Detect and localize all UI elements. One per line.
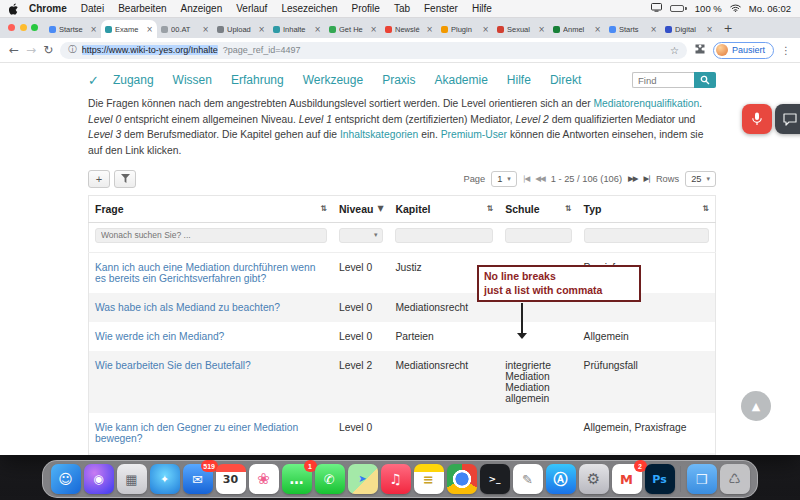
dock-app-icon[interactable]: ✆ xyxy=(315,464,345,494)
browser-tab[interactable]: Startse × xyxy=(45,20,101,38)
intro-link-inhaltskategorien[interactable]: Inhaltskategorien xyxy=(340,129,418,140)
column-header[interactable]: Typ ⇅ xyxy=(578,195,716,222)
wifi-icon[interactable] xyxy=(730,3,741,14)
menubar-item[interactable]: Bearbeiten xyxy=(111,3,173,14)
dock-app-icon[interactable]: ≡ xyxy=(414,464,444,494)
dock-app-icon[interactable] xyxy=(447,464,477,494)
nav-item[interactable]: Direkt xyxy=(550,73,581,87)
menubar-item[interactable]: Anzeigen xyxy=(174,3,230,14)
forward-button[interactable]: → xyxy=(26,44,36,56)
tab-close-icon[interactable]: × xyxy=(706,25,713,34)
dock-app-icon[interactable]: ☺ xyxy=(51,464,81,494)
browser-tab[interactable]: Starts × xyxy=(605,20,661,38)
browser-tab[interactable]: Plugin × xyxy=(437,20,493,38)
new-tab-button[interactable]: + xyxy=(720,20,736,36)
find-input[interactable] xyxy=(632,72,694,88)
microphone-button[interactable] xyxy=(742,104,772,134)
next-page-button[interactable]: ▶▶ xyxy=(628,174,638,183)
tab-close-icon[interactable]: × xyxy=(538,25,545,34)
column-header[interactable]: Niveau ▼ xyxy=(333,195,389,222)
nav-item[interactable]: Zugang xyxy=(113,73,154,87)
prev-page-button[interactable]: ◀◀ xyxy=(535,174,545,183)
intro-link-mediatorenqualifikation[interactable]: Mediatorenqualifikation xyxy=(593,98,699,109)
column-header[interactable]: Schule ⇅ xyxy=(499,195,577,222)
dock-app-icon[interactable]: ▦ xyxy=(117,464,147,494)
menubar-item[interactable]: Hilfe xyxy=(465,3,499,14)
menubar-clock[interactable]: Mo. 06:02 xyxy=(749,3,791,14)
dock-app-icon[interactable]: … 1 xyxy=(282,464,312,494)
nav-item[interactable]: Praxis xyxy=(382,73,415,87)
question-link[interactable]: Kann ich auch eine Mediation durchführen… xyxy=(95,262,315,284)
address-bar[interactable]: ⓘ https://www.wiki-to-yes.org/Inhalte ?p… xyxy=(60,42,687,59)
tab-close-icon[interactable]: × xyxy=(314,25,321,34)
browser-tab[interactable]: Get He × xyxy=(325,20,381,38)
nav-item[interactable]: Hilfe xyxy=(507,73,531,87)
niveau-filter-select[interactable]: ▾ xyxy=(339,228,383,243)
chrome-menu-icon[interactable]: ⋮ xyxy=(781,45,791,56)
add-button[interactable]: + xyxy=(88,170,110,188)
dock-extra-icon[interactable]: ❒ xyxy=(687,464,717,494)
tab-close-icon[interactable]: × xyxy=(90,25,97,34)
minimize-window-button[interactable] xyxy=(20,24,27,31)
browser-tab[interactable]: Inhalte × xyxy=(269,20,325,38)
menubar-item[interactable]: Profile xyxy=(345,3,387,14)
scroll-to-top-button[interactable]: ▲ xyxy=(741,391,771,421)
profile-chip[interactable]: Pausiert xyxy=(713,42,774,59)
dock-app-icon[interactable]: ✎ xyxy=(513,464,543,494)
site-info-icon[interactable]: ⓘ xyxy=(68,44,77,56)
back-button[interactable]: ← xyxy=(9,44,19,56)
search-filter-input[interactable] xyxy=(95,228,327,243)
browser-tab[interactable]: 00.AT × xyxy=(157,20,213,38)
find-button[interactable] xyxy=(694,72,716,88)
first-page-button[interactable]: |◀ xyxy=(523,174,529,183)
dock-app-icon[interactable]: 30 xyxy=(216,464,246,494)
tab-close-icon[interactable]: × xyxy=(426,25,433,34)
browser-tab[interactable]: Newslé × xyxy=(381,20,437,38)
bookmark-star-icon[interactable]: ☆ xyxy=(670,45,679,56)
reload-button[interactable]: ↻ xyxy=(43,44,53,56)
browser-tab[interactable]: Upload × xyxy=(213,20,269,38)
typ-filter-input[interactable] xyxy=(584,228,709,243)
close-window-button[interactable] xyxy=(8,24,15,31)
tab-close-icon[interactable]: × xyxy=(370,25,377,34)
menubar-item[interactable]: Verlauf xyxy=(229,3,274,14)
chat-bubble-icon[interactable] xyxy=(783,113,797,126)
dock-extra-icon[interactable]: ♺ xyxy=(720,464,750,494)
browser-tab[interactable]: Exame × xyxy=(101,20,157,38)
tab-close-icon[interactable]: × xyxy=(650,25,657,34)
browser-tab[interactable]: Digital × xyxy=(661,20,717,38)
schule-filter-input[interactable] xyxy=(505,228,571,243)
column-header[interactable]: Frage ⇅ xyxy=(89,195,334,222)
nav-item[interactable]: Akademie xyxy=(434,73,487,87)
dock-app-icon[interactable]: Ⓐ xyxy=(546,464,576,494)
zoom-window-button[interactable] xyxy=(31,24,38,31)
question-link[interactable]: Wie bearbeiten Sie den Beutefall? xyxy=(95,360,251,371)
menubar-item[interactable]: Lesezeichen xyxy=(274,3,344,14)
dock-app-icon[interactable]: M 2 xyxy=(612,464,642,494)
rows-select[interactable]: 25 ▾ xyxy=(685,171,716,187)
question-link[interactable]: Wie werde ich ein Mediand? xyxy=(95,331,224,342)
intro-link-premium-user[interactable]: Premium-User xyxy=(441,129,507,140)
dock-app-icon[interactable]: ◉ xyxy=(84,464,114,494)
page-select[interactable]: 1 ▾ xyxy=(491,171,517,187)
dock-app-icon[interactable]: ✉ 519 xyxy=(183,464,213,494)
apple-menu-icon[interactable] xyxy=(9,3,19,15)
menubar-item[interactable]: Chrome xyxy=(22,3,74,14)
battery-icon[interactable] xyxy=(670,5,687,12)
dock-app-icon[interactable]: ➤ xyxy=(348,464,378,494)
nav-item[interactable]: Erfahrung xyxy=(231,73,284,87)
kapitel-filter-input[interactable] xyxy=(395,228,493,243)
extensions-icon[interactable] xyxy=(694,41,706,59)
dock-app-icon[interactable]: ✦ xyxy=(150,464,180,494)
browser-tab[interactable]: Anmel × xyxy=(549,20,605,38)
column-header[interactable]: Kapitel ⇅ xyxy=(389,195,499,222)
menubar-item[interactable]: Fenster xyxy=(417,3,465,14)
question-link[interactable]: Was habe ich als Mediand zu beachten? xyxy=(95,302,280,313)
dock-app-icon[interactable]: ♫ xyxy=(381,464,411,494)
screen-mirroring-icon[interactable] xyxy=(651,3,662,14)
question-link[interactable]: Wie kann ich den Gegner zu einer Mediati… xyxy=(95,422,298,444)
dock-app-icon[interactable]: ❀ xyxy=(249,464,279,494)
last-page-button[interactable]: ▶| xyxy=(644,174,650,183)
tab-close-icon[interactable]: × xyxy=(202,25,209,34)
tab-close-icon[interactable]: × xyxy=(258,25,265,34)
